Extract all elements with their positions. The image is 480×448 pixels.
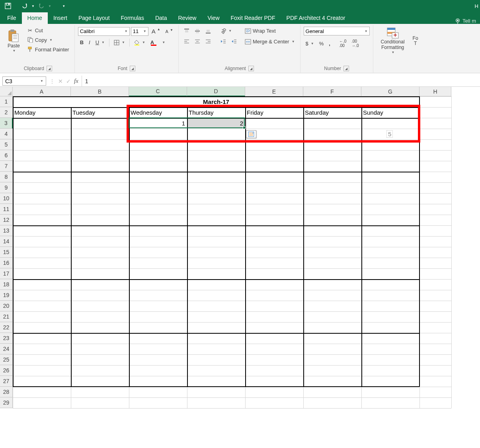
col-header-B[interactable]: B <box>71 87 129 96</box>
align-middle-button[interactable] <box>193 27 202 35</box>
row-header-15[interactable]: 15 <box>0 247 13 258</box>
row-header-25[interactable]: 25 <box>0 354 13 365</box>
row-header-13[interactable]: 13 <box>0 225 13 236</box>
tab-pdf-architect[interactable]: PDF Architect 4 Creator <box>281 12 351 24</box>
save-icon[interactable] <box>3 1 13 11</box>
row-header-23[interactable]: 23 <box>0 333 13 344</box>
row-header-22[interactable]: 22 <box>0 322 13 333</box>
tab-review[interactable]: Review <box>173 12 202 24</box>
align-center-button[interactable] <box>193 37 202 45</box>
col-header-H[interactable]: H <box>420 87 451 96</box>
col-header-A[interactable]: A <box>13 87 71 96</box>
row-header-20[interactable]: 20 <box>0 301 13 311</box>
clipboard-dialog-launcher-icon[interactable]: ◢ <box>47 66 52 71</box>
formula-more-icon[interactable]: ⋮ <box>49 78 55 84</box>
tab-home[interactable]: Home <box>22 12 48 24</box>
cell-B2[interactable]: Tuesday <box>71 107 129 117</box>
row-header-26[interactable]: 26 <box>0 365 13 376</box>
row-header-28[interactable]: 28 <box>0 387 13 397</box>
row-header-14[interactable]: 14 <box>0 236 13 247</box>
format-as-table-button[interactable]: Fo T <box>412 25 420 57</box>
col-header-C[interactable]: C <box>129 87 187 96</box>
col-header-G[interactable]: G <box>361 87 420 96</box>
autofill-options-icon[interactable] <box>246 130 256 138</box>
cell-G2[interactable]: Sunday <box>361 107 419 117</box>
row-header-27[interactable]: 27 <box>0 376 13 387</box>
enter-formula-icon[interactable]: ✓ <box>66 78 71 84</box>
fill-color-button[interactable]: ▼ <box>132 39 147 47</box>
increase-font-button[interactable]: A▲ <box>150 27 162 36</box>
copy-button[interactable]: Copy ▼ <box>25 35 71 44</box>
tab-page-layout[interactable]: Page Layout <box>73 12 115 24</box>
percent-button[interactable]: % <box>317 39 326 48</box>
cell-E2[interactable]: Friday <box>245 107 303 117</box>
borders-button[interactable]: ▼ <box>112 39 127 47</box>
bold-button[interactable]: B <box>78 38 86 47</box>
row-header-7[interactable]: 7 <box>0 161 13 172</box>
cut-button[interactable]: ✂ Cut <box>25 26 71 35</box>
font-size-combo[interactable]: 11▼ <box>131 27 148 36</box>
name-box[interactable]: C3 ▼ <box>2 76 46 86</box>
increase-decimal-button[interactable]: ←.0.00 <box>337 38 348 49</box>
cell-title-merged[interactable]: March-17 <box>13 96 420 107</box>
decrease-font-button[interactable]: A▼ <box>164 28 175 35</box>
row-header-10[interactable]: 10 <box>0 193 13 204</box>
row-header-8[interactable]: 8 <box>0 172 13 182</box>
number-dialog-launcher-icon[interactable]: ◢ <box>343 66 349 71</box>
row-header-4[interactable]: 4 <box>0 129 13 139</box>
row-header-18[interactable]: 18 <box>0 279 13 290</box>
format-painter-button[interactable]: Format Painter <box>25 45 71 54</box>
cell-D2[interactable]: Thursday <box>187 107 245 117</box>
row-header-16[interactable]: 16 <box>0 258 13 268</box>
undo-dropdown-icon[interactable]: ▼ <box>31 1 35 11</box>
orientation-button[interactable]: ab▼ <box>219 27 234 35</box>
row-header-2[interactable]: 2 <box>0 107 13 118</box>
align-left-button[interactable] <box>182 37 191 45</box>
merge-center-button[interactable]: Merge & Center ▼ <box>243 37 297 46</box>
tab-formulas[interactable]: Formulas <box>115 12 150 24</box>
conditional-formatting-button[interactable]: ConditionalFormatting▼ <box>377 25 409 57</box>
comma-style-button[interactable]: , <box>327 39 332 48</box>
qat-customize-icon[interactable]: ▾ <box>59 1 68 11</box>
row-header-19[interactable]: 19 <box>0 290 13 301</box>
alignment-dialog-launcher-icon[interactable]: ◢ <box>248 66 254 71</box>
undo-icon[interactable] <box>20 1 29 11</box>
row-header-17[interactable]: 17 <box>0 268 13 279</box>
cancel-formula-icon[interactable]: ✕ <box>58 78 63 84</box>
italic-button[interactable]: I <box>87 38 92 47</box>
cell-D3[interactable]: 2 <box>187 118 245 128</box>
select-all-corner[interactable] <box>0 87 13 96</box>
tab-foxit[interactable]: Foxit Reader PDF <box>225 12 281 24</box>
row-header-1[interactable]: 1 <box>0 96 13 107</box>
tab-file[interactable]: File <box>2 12 22 24</box>
redo-dropdown-icon[interactable]: ▼ <box>48 1 52 11</box>
font-dialog-launcher-icon[interactable]: ◢ <box>130 66 135 71</box>
row-header-21[interactable]: 21 <box>0 311 13 322</box>
row-header-12[interactable]: 12 <box>0 215 13 225</box>
formula-bar-input[interactable]: 1 <box>82 76 480 86</box>
row-header-29[interactable]: 29 <box>0 397 13 408</box>
cell-C3[interactable]: 1 <box>129 118 187 128</box>
paste-button[interactable]: Paste ▼ <box>5 25 23 57</box>
increase-indent-button[interactable] <box>229 37 239 45</box>
wrap-text-button[interactable]: Wrap Text <box>243 27 297 35</box>
row-header-24[interactable]: 24 <box>0 344 13 354</box>
redo-icon[interactable] <box>37 1 46 11</box>
tab-view[interactable]: View <box>202 12 225 24</box>
decrease-indent-button[interactable] <box>219 37 228 45</box>
col-header-D[interactable]: D <box>187 87 245 96</box>
row-header-9[interactable]: 9 <box>0 182 13 193</box>
underline-button[interactable]: U▼ <box>94 38 107 47</box>
row-header-11[interactable]: 11 <box>0 204 13 215</box>
font-name-combo[interactable]: Calibri▼ <box>78 27 130 36</box>
cell-C2[interactable]: Wednesday <box>129 107 187 117</box>
tab-data[interactable]: Data <box>150 12 173 24</box>
accounting-format-button[interactable]: $▼ <box>304 39 316 48</box>
fx-icon[interactable]: fx <box>74 78 78 84</box>
align-top-button[interactable] <box>182 27 191 35</box>
font-color-button[interactable]: A▼ <box>148 38 167 47</box>
col-header-E[interactable]: E <box>245 87 303 96</box>
row-header-6[interactable]: 6 <box>0 150 13 161</box>
number-format-combo[interactable]: General▼ <box>304 27 370 35</box>
tab-insert[interactable]: Insert <box>48 12 73 24</box>
